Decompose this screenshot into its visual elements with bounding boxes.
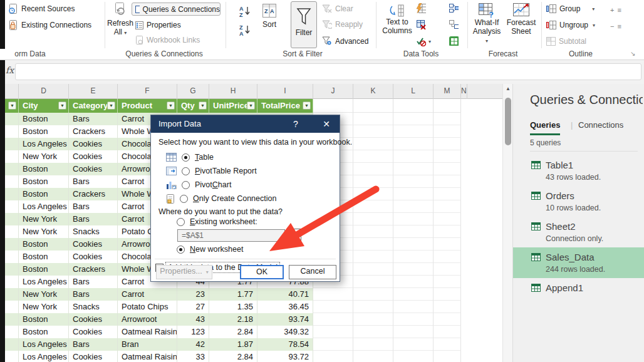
table-cell[interactable]: 33 <box>177 351 209 362</box>
group-button[interactable]: Group ▾ <box>546 4 595 13</box>
table-cell[interactable] <box>5 225 19 238</box>
table-cell[interactable]: Boston <box>19 163 69 175</box>
empty-cell[interactable] <box>353 288 393 301</box>
advanced-filter-button[interactable]: Advanced <box>322 36 368 46</box>
empty-cell[interactable] <box>313 288 353 301</box>
empty-cell[interactable] <box>393 200 434 213</box>
table-cell[interactable] <box>5 263 19 276</box>
forecast-sheet-button[interactable]: Forecast Sheet <box>505 3 538 36</box>
empty-cell[interactable] <box>434 251 461 263</box>
table-cell[interactable]: Los Angeles <box>19 338 69 351</box>
sort-za-button[interactable]: ZA <box>239 24 251 36</box>
table-cell[interactable] <box>5 251 19 263</box>
table-cell[interactable]: Arrowroot <box>118 313 177 326</box>
subtotal-button[interactable]: Subtotal <box>546 37 586 46</box>
sort-button[interactable]: ZA Sort <box>256 4 283 29</box>
table-cell[interactable]: Oatmeal Raisin <box>118 351 177 362</box>
table-cell[interactable] <box>5 200 19 213</box>
table-cell[interactable]: Boston <box>19 251 69 263</box>
empty-cell[interactable] <box>393 251 434 263</box>
empty-cell[interactable] <box>353 263 393 276</box>
radio-button[interactable] <box>182 167 190 175</box>
table-cell[interactable]: Cookies <box>69 150 118 163</box>
relationships-icon[interactable] <box>449 19 459 29</box>
table-cell[interactable]: Cookies <box>69 313 118 326</box>
query-item-sales_data[interactable]: Sales_Data 244 rows loaded. <box>513 247 644 278</box>
table-cell[interactable]: Carrot <box>118 288 177 301</box>
column-letter-D[interactable]: D <box>19 84 69 99</box>
empty-cell[interactable] <box>353 188 393 200</box>
empty-cell[interactable] <box>353 175 393 188</box>
table-cell[interactable]: Cookies <box>69 326 118 338</box>
new-worksheet-option[interactable]: New worksheet <box>177 245 243 254</box>
existing-worksheet-radio[interactable] <box>177 218 185 226</box>
table-header-product[interactable]: Product▼ <box>118 99 177 113</box>
dialog-title-bar[interactable]: Import Data <box>151 115 340 133</box>
table-cell[interactable]: Boston <box>19 113 69 125</box>
table-header-qty[interactable]: Qty▼ <box>177 99 209 113</box>
empty-cell[interactable] <box>434 150 461 163</box>
table-cell[interactable]: 36.45 <box>257 301 313 313</box>
table-cell[interactable]: 2.18 <box>209 313 257 326</box>
empty-cell[interactable] <box>393 113 434 125</box>
table-cell[interactable]: Bars <box>69 213 118 225</box>
existing-worksheet-option[interactable]: Existing worksheet: <box>177 217 257 226</box>
table-cell[interactable]: Boston <box>19 125 69 138</box>
table-cell[interactable]: 78.54 <box>257 338 313 351</box>
dialog-close-icon[interactable]: ✕ <box>317 115 336 133</box>
hide-detail-button[interactable]: −≡ <box>610 23 621 30</box>
table-cell[interactable]: Bars <box>69 276 118 288</box>
empty-cell[interactable] <box>353 213 393 225</box>
scrollbar-thumb[interactable] <box>505 98 511 145</box>
empty-cell[interactable] <box>434 326 461 338</box>
table-cell[interactable]: Potato Chips <box>118 301 177 313</box>
empty-cell[interactable] <box>393 351 434 362</box>
table-cell[interactable]: 2.84 <box>209 326 257 338</box>
empty-cell[interactable] <box>393 188 434 200</box>
empty-cell[interactable] <box>393 263 434 276</box>
column-letter-J[interactable]: J <box>313 84 353 99</box>
table-cell[interactable]: Cookies <box>69 163 118 175</box>
empty-cell[interactable] <box>434 263 461 276</box>
remove-duplicates-icon[interactable] <box>416 19 426 29</box>
table-cell[interactable]: New York <box>19 288 69 301</box>
empty-cell[interactable] <box>393 163 434 175</box>
empty-cell[interactable] <box>434 301 461 313</box>
table-cell[interactable]: Los Angeles <box>19 138 69 150</box>
column-letter-I[interactable]: I <box>257 84 313 99</box>
table-cell[interactable]: Boston <box>19 326 69 338</box>
tab-queries[interactable]: Queries <box>530 120 560 135</box>
empty-cell[interactable] <box>353 338 393 351</box>
table-cell[interactable] <box>5 288 19 301</box>
table-cell[interactable]: New York <box>19 213 69 225</box>
empty-cell[interactable] <box>393 301 434 313</box>
view-option-pivotchart[interactable]: PivotChart <box>166 178 276 192</box>
empty-cell[interactable] <box>353 163 393 175</box>
table-cell[interactable]: 23 <box>177 288 209 301</box>
empty-cell[interactable] <box>313 326 353 338</box>
empty-cell[interactable] <box>393 288 434 301</box>
empty-cell[interactable] <box>353 251 393 263</box>
table-cell[interactable] <box>5 338 19 351</box>
view-option-pivottable-report[interactable]: PivotTable Report <box>166 164 276 178</box>
table-cell[interactable]: 27 <box>177 301 209 313</box>
empty-cell[interactable] <box>393 150 434 163</box>
refresh-all-button[interactable]: Refresh All ▾ <box>106 3 134 38</box>
empty-cell[interactable] <box>393 326 434 338</box>
empty-cell[interactable] <box>353 326 393 338</box>
table-cell[interactable]: Los Angeles <box>19 276 69 288</box>
consolidate-icon[interactable] <box>449 3 459 13</box>
filter-dropdown-icon[interactable]: ▼ <box>167 101 175 110</box>
empty-cell[interactable] <box>434 338 461 351</box>
empty-cell[interactable] <box>353 138 393 150</box>
empty-cell[interactable] <box>434 113 461 125</box>
empty-cell[interactable] <box>434 288 461 301</box>
table-cell[interactable]: 93.72 <box>257 351 313 362</box>
table-cell[interactable]: New York <box>19 301 69 313</box>
new-worksheet-radio[interactable] <box>177 246 185 254</box>
data-validation-chevron-icon[interactable]: ▾ <box>428 39 431 44</box>
view-option-table[interactable]: Table <box>166 150 276 164</box>
query-item-orders[interactable]: Orders 10 rows loaded. <box>513 186 644 217</box>
table-cell[interactable]: Los Angeles <box>19 351 69 362</box>
empty-cell[interactable] <box>313 351 353 362</box>
